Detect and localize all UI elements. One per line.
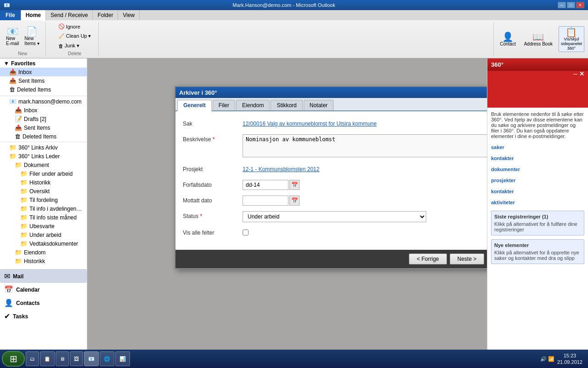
prosjekter-link[interactable]: prosjekter [491, 178, 584, 183]
status-required: * [200, 213, 202, 219]
taskbar-ie[interactable]: 🌐 [100, 351, 114, 366]
sak-link[interactable]: 12/00016 Valg av kommuneblomst for Utsir… [243, 121, 377, 127]
nav-mail[interactable]: ✉ Mail [0, 270, 87, 283]
sidebar-item-email[interactable]: 📧 mark.hanson@demo.com [0, 97, 87, 106]
nav-tasks[interactable]: ✔ Tasks [0, 310, 87, 323]
sidebar-item-links-leder[interactable]: 📁 360° Links Leder [0, 152, 87, 161]
sidebar-item-vedtaks[interactable]: 📁 Vedtaksdokumenter [0, 239, 87, 248]
sidebar-item-drafts[interactable]: 📝 Drafts [2] [0, 115, 87, 123]
ribbon-group-new: 📧 NewE-mail 📄 NewItems ▾ New [4, 22, 46, 56]
mottatt-dato-input[interactable] [243, 196, 288, 206]
ribbon: File Home Send / Receive Folder View 📧 N… [0, 10, 588, 58]
sidebar-item-inbox[interactable]: 📥 Inbox [0, 106, 87, 115]
taskbar-explorer[interactable]: 🗂 [26, 351, 39, 366]
taskbar-app3[interactable]: 🖥 [56, 351, 69, 366]
sidebar-item-links-arkiv[interactable]: 📁 360° Links Arkiv [0, 143, 87, 152]
nav-contacts[interactable]: 👤 Contacts [0, 296, 87, 310]
right-panel-controls: ─ ✕ [573, 70, 584, 77]
minimize-button[interactable]: ─ [558, 2, 566, 8]
sidebar-item-historikk-main[interactable]: 📁 Historikk [0, 257, 87, 265]
historikk-sub-label: Historikk [29, 179, 51, 186]
deleted-label: Deleted Items [23, 133, 57, 140]
aktiviteter-link[interactable]: aktiviteter [491, 200, 584, 205]
beskrivelse-row: Beskrivelse * Nominasjon av kommunebloms… [183, 134, 487, 159]
modal-tab-eiendom[interactable]: Eiendom [236, 100, 270, 110]
forfallsdato-calendar-button[interactable]: 📅 [289, 180, 300, 190]
neste-button[interactable]: Neste > [450, 253, 485, 264]
prosjekt-link[interactable]: 12-1 - Kommunsblomsten 2012 [243, 166, 319, 172]
tab-file[interactable]: File [0, 10, 21, 20]
taskbar2-icon: 📋 [44, 356, 51, 362]
ribbon-tabs: File Home Send / Receive Folder View [0, 10, 588, 20]
tab-send-receive[interactable]: Send / Receive [46, 10, 93, 20]
sidebar-item-filer[interactable]: 📁 Filer under arbeid [0, 169, 87, 178]
forrige-button[interactable]: < Forrige [409, 253, 447, 264]
tab-view[interactable]: View [118, 10, 140, 20]
sidebar-item-sent-fav[interactable]: 📤 Sent Items [0, 76, 87, 85]
close-button[interactable]: ✕ [576, 2, 584, 8]
prosjekt-field: 12-1 - Kommunsblomsten 2012 🔍 ✕ [243, 164, 487, 174]
kontakter-link[interactable]: kontakter [491, 155, 584, 161]
start-button[interactable]: ⊞ [2, 351, 25, 367]
sidebar-item-dokument[interactable]: 📁 Dokument [0, 161, 87, 169]
kontakter2-link[interactable]: kontakter [491, 189, 584, 194]
status-row: Status * Under arbeid Ferdig Avsluttet [183, 211, 487, 222]
mottatt-dato-calendar-button[interactable]: 📅 [289, 196, 300, 206]
taskbar-taskbar2[interactable]: 📋 [40, 351, 55, 366]
content-area: Arkiver i 360° ✕ Generelt Filer Eiendom … [87, 58, 487, 365]
nav-calendar[interactable]: 📅 Calendar [0, 283, 87, 296]
taskbar: ⊞ 🗂 📋 🖥 🖼 📧 🌐 📊 🔊 📶 15:23 21.09.2012 [0, 350, 588, 368]
junk-button[interactable]: 🗑 Junk ▾ [55, 41, 95, 50]
tab-folder[interactable]: Folder [93, 10, 118, 20]
sidebar-item-til-info-avd[interactable]: 📁 Til info i avdelingen sist [0, 204, 87, 213]
sidebar-item-under-arbeid[interactable]: 📁 Under arbeid [0, 230, 87, 239]
maximize-button[interactable]: □ [567, 2, 575, 8]
sidebar-item-til-info-siste[interactable]: 📁 Til info siste måned [0, 213, 87, 222]
vis-alle-row: Vis alle felter [183, 228, 487, 237]
saker-link[interactable]: saker [491, 144, 584, 150]
right-panel-close-button[interactable]: ✕ [579, 70, 584, 77]
modal-tab-notater[interactable]: Notater [304, 100, 334, 110]
forfallsdato-field: 📅 [243, 180, 487, 190]
sidebar-item-til-fordeling[interactable]: 📁 Til fordeling [0, 196, 87, 204]
modal-tab-stikkord[interactable]: Stikkord [271, 100, 302, 110]
sidebar-item-historikk[interactable]: 📁 Historikk [0, 178, 87, 187]
sidebar-item-ubesvarte[interactable]: 📁 Ubesvarte [0, 222, 87, 230]
sidebar-item-sent[interactable]: 📤 Sent Items [0, 123, 87, 132]
favorites-header[interactable]: ▼ Favorites [0, 59, 87, 68]
sidebar-item-eiendom[interactable]: 📁 Eiendom [0, 248, 87, 257]
modal-tab-filer[interactable]: Filer [213, 100, 235, 110]
ignore-button[interactable]: 🚫 Ignore [55, 22, 95, 31]
vis-skjul-button[interactable]: 📋 Vis/skjulsidepanelet360° [559, 26, 584, 52]
modal-tab-generelt[interactable]: Generelt [177, 100, 212, 111]
excel-icon: 📊 [119, 356, 126, 362]
mottatt-dato-row: Mottatt dato 📅 [183, 196, 487, 206]
time-display: 15:23 [557, 352, 582, 359]
taskbar-excel[interactable]: 📊 [115, 351, 130, 366]
taskbar-outlook[interactable]: 📧 [84, 351, 99, 366]
historikk-main-icon: 📁 [15, 258, 22, 264]
right-panel-minimize-button[interactable]: ─ [573, 70, 577, 77]
forfallsdato-input[interactable] [243, 180, 288, 190]
sak-label: Sak [183, 119, 243, 127]
clean-up-button[interactable]: 🧹 Clean Up ▾ [55, 32, 95, 40]
beskrivelse-textarea[interactable]: Nominasjon av kommuneblomst [243, 134, 487, 157]
new-items-button[interactable]: 📄 NewItems ▾ [22, 25, 41, 47]
deleted-fav-label: Deleted Items [17, 86, 51, 93]
tab-home[interactable]: Home [21, 10, 46, 20]
sidebar-item-deleted[interactable]: 🗑 Deleted Items [0, 132, 87, 141]
taskbar-pictures[interactable]: 🖼 [70, 351, 83, 366]
status-select[interactable]: Under arbeid Ferdig Avsluttet [243, 211, 426, 222]
favorites-label: Favorites [11, 60, 35, 67]
dokument-icon: 📁 [15, 161, 22, 168]
address-book-button[interactable]: 📖 Address Book [522, 31, 555, 48]
sidebar-item-oversikt[interactable]: 📁 Oversikt [0, 187, 87, 196]
vis-alle-checkbox[interactable] [243, 230, 249, 236]
sidebar-item-inbox-fav[interactable]: 📥 Inbox [0, 68, 87, 76]
new-email-button[interactable]: 📧 NewE-mail [4, 25, 21, 47]
taskbar-notification-area: 🔊 📶 [540, 356, 554, 362]
sidebar-item-deleted-fav[interactable]: 🗑 Deleted Items [0, 85, 87, 94]
dokumenter-link[interactable]: dokumenter [491, 167, 584, 172]
contact-button[interactable]: 👤 Contact [498, 31, 518, 48]
right-panel: 360° ─ ✕ Bruk elementene nedenfor til å … [487, 58, 588, 365]
